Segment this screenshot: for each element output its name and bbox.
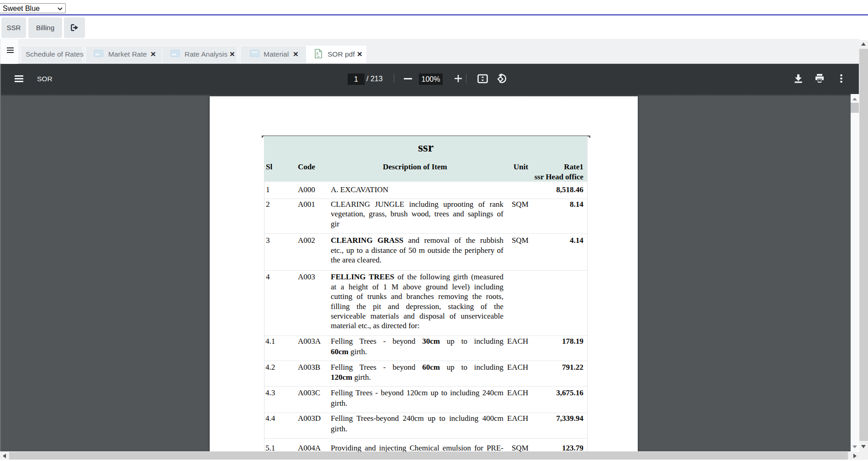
svg-text:$: $ xyxy=(316,51,318,56)
